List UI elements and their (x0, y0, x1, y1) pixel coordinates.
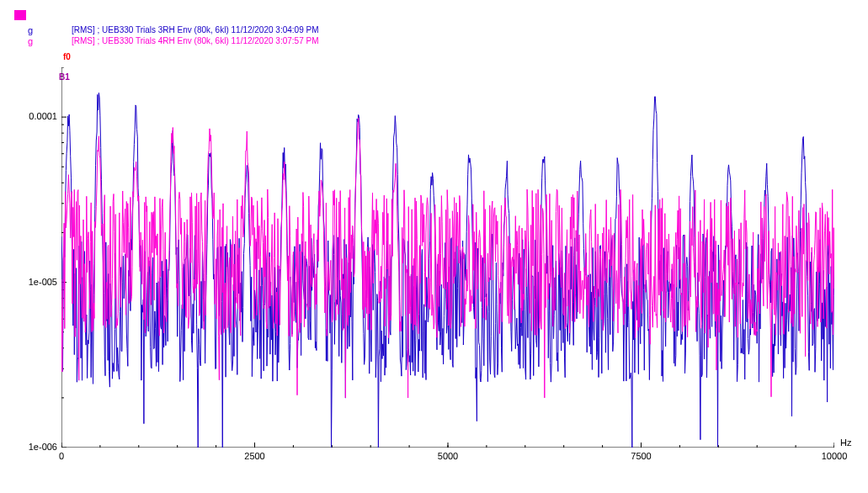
x-tick-label: 5000 (438, 451, 458, 461)
x-tick-label: 7500 (631, 451, 651, 461)
y-tick-label: 0.0001 (0, 111, 57, 121)
y-tick-label: 1e-005 (0, 277, 57, 287)
x-tick-label: 2500 (244, 451, 264, 461)
spectrum-svg (61, 67, 834, 448)
chart-page: { "legend": { "series": [ {"unit":"g","l… (0, 0, 868, 493)
legend-label-series-2: [RMS] ; UEB330 Trials 4RH Env (80k, 6kl)… (72, 36, 318, 45)
legend-unit-series-2: g (28, 36, 33, 46)
x-tick-label: 10000 (822, 451, 848, 461)
spectrum-plot[interactable] (61, 67, 834, 448)
x-axis-label: Hz (840, 437, 851, 448)
marker-f0-label: f0 (63, 52, 71, 61)
x-tick-label: 0 (59, 451, 64, 461)
y-tick-label: 1e-006 (0, 442, 57, 452)
x-axis-ticks: 0 2500 5000 7500 10000 (61, 451, 834, 468)
legend-label-series-1: [RMS] ; UEB330 Trials 3RH Env (80k, 6kl)… (72, 25, 318, 34)
legend-unit-series-1: g (28, 25, 33, 35)
y-axis-ticks: 0.0001 1e-005 1e-006 (0, 67, 57, 448)
legend-swatch-series-2 (14, 10, 26, 20)
